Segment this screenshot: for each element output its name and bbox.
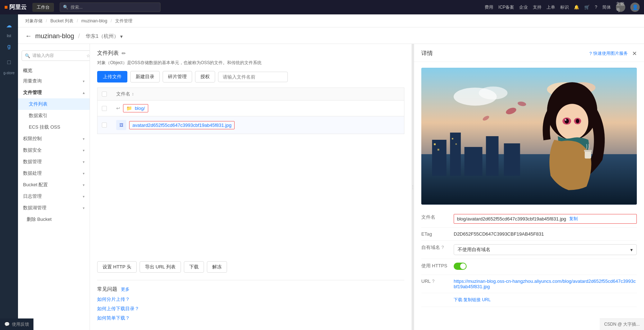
export-url-btn[interactable]: 导出 URL 列表 xyxy=(140,261,181,273)
url-label: URL ? xyxy=(421,278,454,284)
nav-item-upload[interactable]: 上单 xyxy=(547,4,555,10)
select-all-checkbox[interactable] xyxy=(102,92,107,97)
edit-icon[interactable]: ✏ xyxy=(122,50,126,56)
own-domain-label: 自有域名 ? xyxy=(421,244,454,251)
nav-item-data-index-label: 数据索引 xyxy=(29,112,47,119)
folder-name-text: blog/ xyxy=(135,106,145,111)
filename-value: blog/avatard2d652f55cd647c3993cbf19ab45f… xyxy=(457,216,566,222)
breadcrumb-item-bucket[interactable]: muzinan-blog xyxy=(81,18,107,23)
detail-row-own-domain: 自有域名 ? 不使用自有域名 ▾ xyxy=(421,241,637,259)
row-checkbox-2[interactable] xyxy=(102,122,107,128)
nav-group-log-mgmt[interactable]: 日志管理 ▾ xyxy=(18,191,90,202)
mkdir-btn[interactable]: 新建目录 xyxy=(130,71,160,82)
sidebar-icon-store[interactable]: □ xyxy=(2,55,16,70)
auth-btn[interactable]: 授权 xyxy=(195,71,215,82)
https-toggle[interactable] xyxy=(454,263,467,270)
feedback-link[interactable]: 使用反馈 xyxy=(12,321,29,327)
nav-item-file-list[interactable]: 文件列表 xyxy=(18,98,90,110)
nav-item-cart[interactable]: 🛒 xyxy=(584,5,590,10)
nav-item-overview[interactable]: 概览 xyxy=(18,64,90,75)
detail-title: 详情 xyxy=(421,50,433,57)
nav-group-auth[interactable]: 权限控制 ▾ xyxy=(18,133,90,144)
filename-label: 文件名 xyxy=(421,214,454,220)
chevron-down-icon: ▾ xyxy=(83,195,85,199)
faq-title-row: 常见问题 更多 xyxy=(97,286,404,293)
nav-item-lang[interactable]: 简体 xyxy=(602,4,611,10)
row-checkbox-1[interactable] xyxy=(102,106,107,111)
work-btn[interactable]: 工作台 xyxy=(32,3,54,12)
user-avatar[interactable]: 👤 xyxy=(630,3,640,12)
nav-item-enterprise[interactable]: 企业 xyxy=(519,4,528,10)
folder-name[interactable]: 📁 blog/ xyxy=(123,104,148,112)
own-domain-help-icon[interactable]: ? xyxy=(441,245,444,250)
nav-item-fees[interactable]: 费用 xyxy=(485,4,493,10)
copy-filename-btn[interactable]: 复制 xyxy=(569,216,578,222)
fragment-btn[interactable]: 碎片管理 xyxy=(163,71,192,82)
sort-icon[interactable]: ↕ xyxy=(132,92,134,97)
breadcrumb-item-file-mgmt[interactable]: 文件管理 xyxy=(115,18,132,23)
nav-group-data-mgmt[interactable]: 数据管理 ▾ xyxy=(18,156,90,168)
nav-group-data-mgmt-label: 数据管理 xyxy=(23,159,42,165)
breadcrumb-item-bucket-list[interactable]: Bucket 列表 xyxy=(50,18,73,23)
anime-illustration xyxy=(421,68,637,205)
back-btn[interactable]: ← xyxy=(25,32,32,40)
upload-file-btn[interactable]: 上传文件 xyxy=(97,71,127,82)
navbar-nav: 费用 ICP备案 企业 支持 上单 标识 🔔 🛒 ? 简体 主账号 👤 xyxy=(485,3,640,12)
filename-search-input[interactable] xyxy=(218,72,288,82)
file-thumb-icon: 🖼 xyxy=(116,120,126,130)
nav-group-log-mgmt-label: 日志管理 xyxy=(23,193,42,200)
nav-group-bucket-config[interactable]: Bucket 配置 ▾ xyxy=(18,179,90,191)
faq-link-1[interactable]: 如何分片上传？ xyxy=(97,296,404,303)
download-btn[interactable]: 下载 xyxy=(184,261,204,273)
quick-img-service-btn[interactable]: ? 快速使用图片服务 xyxy=(589,50,628,57)
nav-item-support[interactable]: 支持 xyxy=(533,4,541,10)
nav-item-help[interactable]: ? xyxy=(595,5,597,10)
nav-group-datalake[interactable]: 数据湖管理 ▾ xyxy=(18,202,90,214)
nav-search-box[interactable]: 🔍 请输入内容 ☆ xyxy=(22,50,90,61)
file-desc: 对象（Object）是OSS存储数据的基本单元，也被称为OSS的文件。和传统的文… xyxy=(97,59,404,66)
table-row[interactable]: 🖼 avatard2d652f55cd647c3993cbf19ab45f831… xyxy=(97,116,404,134)
nav-item-delete-bucket-label: 删除 Bucket xyxy=(27,216,51,223)
download-url-link[interactable]: 下载·复制链接 URL xyxy=(454,297,491,302)
faq-link-3[interactable]: 如何简单下载？ xyxy=(97,315,404,321)
nav-item-label[interactable]: 标识 xyxy=(560,4,569,10)
detail-row-url: URL ? https://muzinan-blog.oss-cn-hangzh… xyxy=(421,275,637,293)
account-label[interactable]: 主账号 xyxy=(616,3,625,12)
filename-link[interactable]: avatard2d652f55cd647c3993cbf19ab45f831.j… xyxy=(129,121,235,129)
own-domain-label-text: 自有域名 xyxy=(421,244,440,251)
file-area-header: 文件列表 ✏ xyxy=(97,50,404,57)
nav-star-icon[interactable]: ☆ xyxy=(86,53,90,58)
left-nav: 🔍 请输入内容 ☆ 概览 用量查询 ▾ 文件管理 ▴ 文件列表 数据索引 xyxy=(18,44,90,330)
nav-group-usage[interactable]: 用量查询 ▾ xyxy=(18,75,90,87)
nav-group-data-proc[interactable]: 数据处理 ▾ xyxy=(18,168,90,179)
breadcrumb-item-storage[interactable]: 对象存储 xyxy=(25,18,42,23)
nav-item-bell[interactable]: 🔔 xyxy=(574,5,579,10)
search-icon: 🔍 xyxy=(63,5,68,10)
nav-item-icp[interactable]: ICP备案 xyxy=(498,4,514,10)
nav-item-data-index[interactable]: 数据索引 xyxy=(18,110,90,121)
sidebar-icon-storage[interactable]: ☁ xyxy=(2,18,16,32)
table-row[interactable]: ↩ 📁 blog/ xyxy=(97,100,404,116)
faq-link-2[interactable]: 如何上传下载目录？ xyxy=(97,306,404,312)
svg-rect-15 xyxy=(437,149,439,151)
url-help-icon[interactable]: ? xyxy=(432,279,435,284)
global-search[interactable]: 🔍 搜索... xyxy=(60,3,160,12)
own-domain-dropdown[interactable]: 不使用自有域名 ▾ xyxy=(454,244,637,255)
chevron-down-icon: ▾ xyxy=(83,148,85,152)
detail-row-download: 下载·复制链接 URL xyxy=(421,293,637,307)
set-http-btn[interactable]: 设置 HTTP 头 xyxy=(97,261,137,273)
resize-handle[interactable] xyxy=(412,44,414,330)
url-link[interactable]: https://muzinan-blog.oss-cn-hangzhou.ali… xyxy=(454,278,636,289)
nav-item-ecs-oss[interactable]: ECS 挂载 OSS xyxy=(18,121,90,133)
nav-group-data-security[interactable]: 数据安全 ▾ xyxy=(18,144,90,156)
detail-close-btn[interactable]: ✕ xyxy=(632,50,637,57)
file-table: 文件名 ↕ ↩ xyxy=(97,88,404,258)
detail-row-filename: 文件名 blog/avatard2d652f55cd647c3993cbf19a… xyxy=(421,210,637,228)
region-tag[interactable]: 华东1（杭州） ▾ xyxy=(86,33,123,40)
faq-more-link[interactable]: 更多 xyxy=(121,286,130,293)
nav-group-file-mgmt[interactable]: 文件管理 ▴ xyxy=(18,87,90,98)
svg-rect-26 xyxy=(584,150,592,152)
sidebar-icon-blog[interactable]: g xyxy=(2,39,16,54)
unfreeze-btn[interactable]: 解冻 xyxy=(207,261,227,273)
nav-item-delete-bucket[interactable]: 删除 Bucket xyxy=(18,214,90,225)
